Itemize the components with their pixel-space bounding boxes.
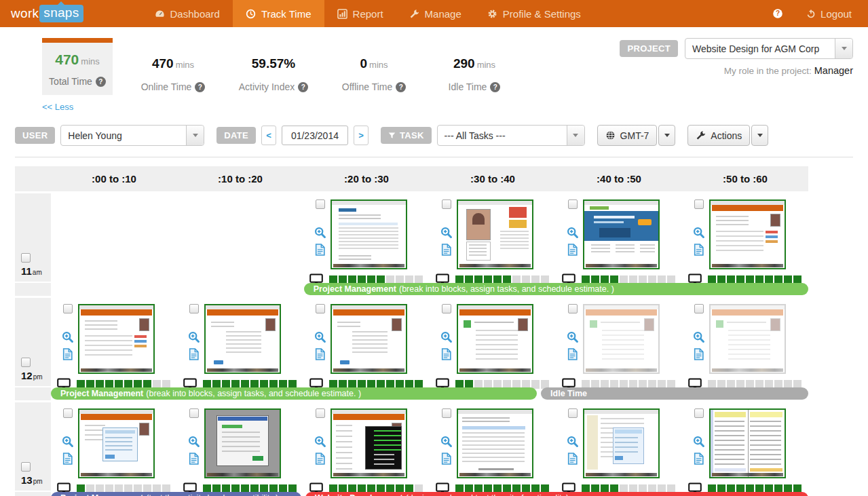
zoom-in-icon[interactable]	[567, 227, 579, 239]
timezone-button[interactable]: GMT-7	[597, 125, 658, 146]
cell-checkbox[interactable]	[694, 408, 704, 418]
cell-checkbox[interactable]	[316, 304, 325, 313]
screenshot-thumbnail[interactable]	[331, 408, 407, 478]
screenshot-thumbnail[interactable]	[709, 304, 786, 374]
cell-checkbox[interactable]	[189, 408, 199, 418]
screenshot-thumbnail[interactable]	[457, 408, 533, 478]
zoom-in-icon[interactable]	[62, 436, 74, 448]
screenshot-thumbnail[interactable]	[331, 304, 407, 374]
nav-item-dashboard[interactable]: Dashboard	[142, 0, 233, 27]
note-icon[interactable]	[567, 453, 578, 465]
note-icon[interactable]	[693, 348, 704, 360]
project-select-arrow[interactable]	[835, 39, 852, 58]
note-icon[interactable]	[440, 453, 452, 465]
screenshot-thumbnail[interactable]	[457, 304, 533, 374]
zoom-in-icon[interactable]	[567, 331, 579, 343]
cell-checkbox[interactable]	[63, 408, 73, 418]
help-tooltip-icon[interactable]: ?	[298, 82, 308, 92]
note-icon[interactable]	[188, 348, 200, 360]
cell-checkbox[interactable]	[568, 199, 578, 209]
note-icon[interactable]	[440, 244, 452, 256]
zoom-in-icon[interactable]	[693, 331, 705, 343]
zoom-in-icon[interactable]	[440, 436, 453, 448]
screenshot-thumbnail[interactable]	[709, 408, 786, 478]
nav-item-track-time[interactable]: Track Time	[233, 0, 324, 27]
note-icon[interactable]	[314, 348, 326, 360]
zoom-in-icon[interactable]	[314, 436, 326, 448]
cell-checkbox[interactable]	[442, 304, 451, 313]
task-select[interactable]: --- All Tasks ---	[437, 125, 585, 146]
hour-checkbox[interactable]	[21, 462, 31, 472]
help-tooltip-icon[interactable]: ?	[96, 77, 106, 87]
note-icon[interactable]	[314, 453, 326, 465]
zoom-in-icon[interactable]	[188, 436, 200, 448]
cell-checkbox[interactable]	[316, 408, 325, 418]
note-icon[interactable]	[567, 244, 578, 256]
help-icon[interactable]: ?	[772, 8, 783, 19]
note-icon[interactable]	[693, 453, 704, 465]
actions-dropdown-button[interactable]	[751, 125, 768, 146]
screenshot-thumbnail[interactable]	[583, 199, 660, 269]
nav-item-profile-settings[interactable]: Profile & Settings	[474, 0, 594, 27]
project-select[interactable]: Website Design for AGM Corp	[685, 38, 853, 59]
hour-checkbox[interactable]	[21, 253, 31, 263]
cell-main	[682, 298, 808, 374]
screenshot-thumbnail[interactable]	[204, 408, 281, 478]
hour-checkbox[interactable]	[21, 358, 31, 367]
zoom-in-icon[interactable]	[693, 227, 705, 239]
screenshot-thumbnail[interactable]	[457, 199, 533, 269]
cell-checkbox[interactable]	[694, 199, 704, 209]
help-tooltip-icon[interactable]: ?	[396, 82, 406, 92]
worksnaps-logo[interactable]: worksnaps	[11, 5, 83, 22]
note-icon[interactable]	[188, 453, 200, 465]
prev-day-button[interactable]: <	[261, 126, 276, 145]
screenshot-thumbnail[interactable]	[204, 304, 281, 374]
task-select-arrow[interactable]	[567, 126, 584, 145]
stat-label: Offline Time?	[334, 81, 414, 92]
cell-checkbox[interactable]	[316, 199, 325, 209]
screenshot-thumbnail[interactable]	[709, 199, 786, 269]
zoom-in-icon[interactable]	[314, 227, 326, 239]
user-select-arrow[interactable]	[186, 126, 204, 145]
cell-checkbox[interactable]	[694, 304, 704, 313]
actions-button[interactable]: Actions	[687, 125, 750, 146]
screenshot-thumbnail[interactable]	[583, 304, 660, 374]
cell-controls	[563, 199, 582, 269]
cell-checkbox[interactable]	[568, 304, 578, 313]
cell-checkbox[interactable]	[442, 408, 451, 418]
screenshot-thumbnail[interactable]	[583, 408, 660, 478]
logout-button[interactable]: Logout	[806, 8, 852, 20]
less-link[interactable]: << Less	[42, 102, 73, 112]
screenshot-thumbnail[interactable]	[78, 408, 155, 478]
nav-item-report[interactable]: Report	[324, 0, 396, 27]
note-icon[interactable]	[693, 244, 704, 256]
screenshot-thumbnail[interactable]	[331, 199, 407, 269]
zoom-in-icon[interactable]	[62, 331, 74, 343]
zoom-in-icon[interactable]	[567, 436, 579, 448]
cell-checkbox[interactable]	[189, 304, 199, 313]
note-icon[interactable]	[62, 453, 73, 465]
task-bar-area: Project Management(break into blocks, as…	[51, 387, 808, 400]
zoom-in-icon[interactable]	[314, 331, 326, 343]
note-icon[interactable]	[314, 244, 326, 256]
date-input[interactable]	[282, 126, 348, 145]
zoom-in-icon[interactable]	[440, 227, 453, 239]
screenshot-thumbnail[interactable]	[78, 304, 155, 374]
nav-item-manage[interactable]: Manage	[396, 0, 474, 27]
zoom-in-icon[interactable]	[188, 331, 200, 343]
zoom-in-icon[interactable]	[693, 436, 705, 448]
timezone-dropdown-button[interactable]	[658, 125, 675, 146]
hour-label: 13pm	[21, 474, 43, 486]
note-icon[interactable]	[567, 348, 578, 360]
next-day-button[interactable]: >	[354, 126, 369, 145]
cells-row	[51, 193, 808, 282]
cell-checkbox[interactable]	[442, 199, 451, 209]
note-icon[interactable]	[62, 348, 73, 360]
cell-checkbox[interactable]	[568, 408, 578, 418]
note-icon[interactable]	[440, 348, 452, 360]
zoom-in-icon[interactable]	[440, 331, 453, 343]
help-tooltip-icon[interactable]: ?	[490, 82, 500, 92]
user-select[interactable]: Helen Young	[60, 125, 204, 146]
help-tooltip-icon[interactable]: ?	[195, 82, 205, 92]
cell-checkbox[interactable]	[63, 304, 73, 313]
